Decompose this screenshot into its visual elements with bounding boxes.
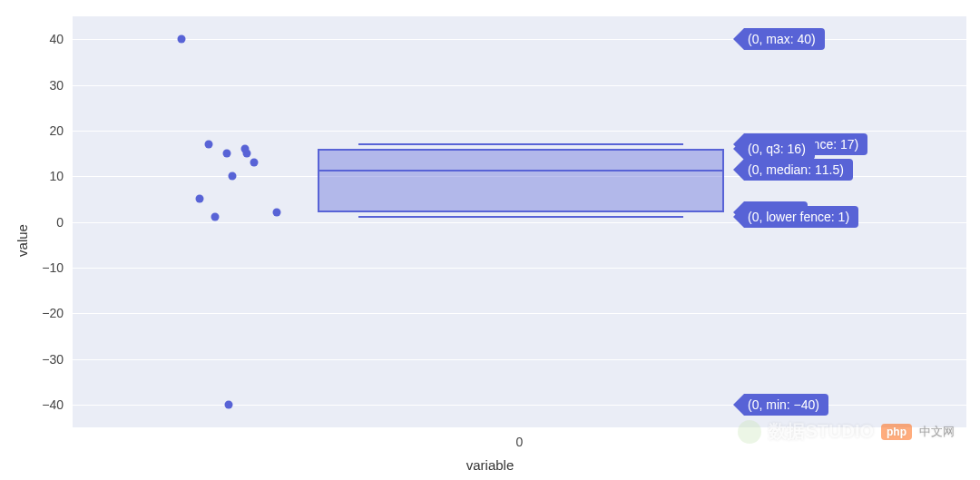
y-tick-label: 10 [49,169,64,183]
y-tick-label: −10 [42,260,64,275]
annotation-pointer-icon [733,159,744,181]
scatter-point [211,213,220,221]
watermark-cn: 中文网 [919,424,955,440]
lower-whisker-cap [358,216,683,218]
annotation-pointer-icon [733,28,744,50]
annotation-label: (0, lower fence: 1) [744,206,858,228]
annotation-label: (0, min: −40) [744,394,828,416]
gridline-h [73,359,966,360]
gridline-h [73,85,966,86]
gridline-h [73,131,966,132]
y-axis-label: value [15,224,30,257]
scatter-point [241,144,250,152]
scatter-point [178,35,186,44]
annotation-lower_fence: (0, lower fence: 1) [733,206,858,228]
scatter-point [273,209,281,217]
x-tick-label: 0 [516,435,524,449]
annotation-label: (0, max: 40) [744,28,825,50]
scatter-point [223,150,231,158]
x-axis-label: variable [466,457,514,473]
watermark-text: 数据STUDIO [769,419,874,444]
annotation-q3: (0, q3: 16) [733,138,815,160]
gridline-h [73,405,966,406]
annotation-median: (0, median: 11.5) [733,159,853,181]
upper-whisker-cap [358,143,683,145]
annotation-pointer-icon [733,206,744,228]
annotation-pointer-icon [733,138,744,160]
y-tick-label: 30 [49,78,64,93]
scatter-point [250,159,259,167]
annotation-label: (0, median: 11.5) [744,159,853,181]
y-tick-label: −20 [42,306,64,320]
annotation-label: (0, q3: 16) [744,138,815,160]
median-line [318,170,724,171]
annotation-max: (0, max: 40) [733,28,825,50]
scatter-point [205,140,213,148]
gridline-h [73,39,966,40]
y-tick-label: −40 [42,397,64,412]
php-badge: php [881,424,912,440]
box-plot: −40−30−20−100102030400(0, max: 40)(0, up… [73,16,966,427]
y-tick-label: 0 [56,215,64,230]
y-tick-label: 20 [49,123,64,138]
box [318,149,724,212]
watermark: 数据STUDIO php 中文网 [738,419,955,444]
gridline-h [73,313,966,314]
y-tick-label: −30 [42,352,64,367]
annotation-min: (0, min: −40) [733,394,828,416]
annotation-pointer-icon [733,394,744,416]
scatter-point [229,172,237,181]
gridline-h [73,268,966,269]
scatter-point [196,195,204,203]
watermark-icon [738,420,761,444]
y-tick-label: 40 [49,32,64,46]
scatter-point [225,400,233,408]
